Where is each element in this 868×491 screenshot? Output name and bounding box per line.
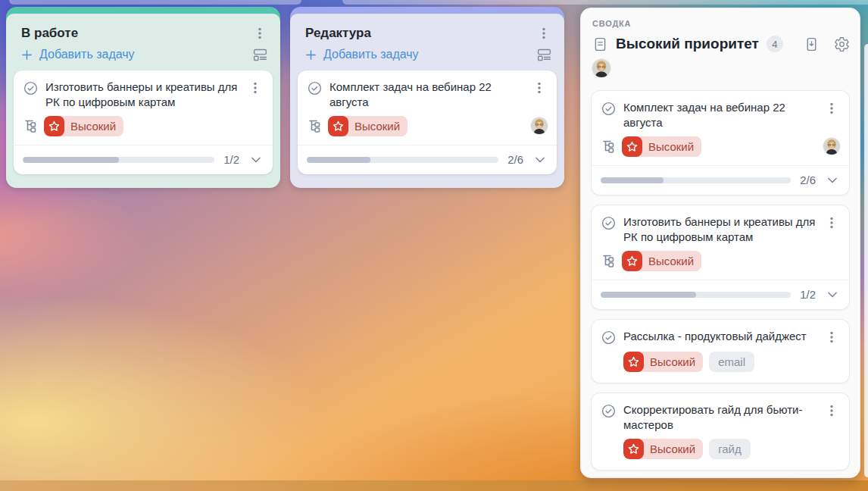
card-menu-button[interactable] <box>823 100 840 117</box>
check-circle-icon[interactable] <box>601 330 617 346</box>
summary-panel: СВОДКА Высокий приоритет 4 <box>580 8 860 478</box>
check-circle-icon[interactable] <box>307 80 323 96</box>
subtasks-tree-icon <box>307 118 322 133</box>
priority-label: Высокий <box>644 443 703 455</box>
summary-count-badge: 4 <box>767 36 783 52</box>
progress-track <box>307 157 498 163</box>
priority-badge: Высокий <box>44 116 123 136</box>
card-footer: 2/6 <box>592 165 849 195</box>
expand-chevron-icon[interactable] <box>825 287 840 302</box>
plus-icon <box>20 48 33 61</box>
card-menu-button[interactable] <box>823 329 840 346</box>
kebab-icon <box>824 330 839 345</box>
check-circle-icon[interactable] <box>601 101 617 117</box>
kebab-icon <box>824 403 839 418</box>
column-in-progress-body: В работе Добавить задачу <box>6 14 280 188</box>
column-header: В работе <box>6 21 280 44</box>
check-circle-icon[interactable] <box>601 215 617 231</box>
expand-chevron-icon[interactable] <box>248 152 264 167</box>
column-title: В работе <box>21 26 251 41</box>
priority-star-icon <box>44 116 64 136</box>
add-task-label: Добавить задачу <box>323 48 419 61</box>
task-card[interactable]: Изготовить баннеры и креативы для РК по … <box>591 205 850 310</box>
column-editing-body: Редактура Добавить задачу <box>290 14 564 188</box>
summary-members <box>591 59 850 80</box>
card-main: Изготовить баннеры и креативы для РК по … <box>14 70 273 136</box>
card-menu-button[interactable] <box>531 80 548 96</box>
column-subheader: Добавить задачу <box>6 44 280 68</box>
subtasks-tree-icon <box>23 118 38 133</box>
task-card[interactable]: Комплект задач на вебинар 22 августа <box>591 90 850 195</box>
priority-badge: Высокий <box>623 439 703 459</box>
priority-star-icon <box>328 116 348 136</box>
task-card[interactable]: Комплект задач на вебинар 22 августа <box>298 70 557 174</box>
progress-fill <box>307 157 370 163</box>
add-task-button[interactable]: Добавить задачу <box>304 48 529 61</box>
column-menu-button[interactable] <box>535 25 552 42</box>
progress-fill <box>23 157 119 163</box>
card-menu-button[interactable] <box>247 80 264 96</box>
card-main: Рассылка - продуктовый дайджест Высокий … <box>592 320 849 383</box>
assignee-avatar[interactable] <box>531 117 548 134</box>
progress-label: 1/2 <box>223 153 239 166</box>
card-footer: 2/6 <box>298 145 557 174</box>
card-title: Комплект задач на вебинар 22 августа <box>329 80 524 110</box>
cropped-top-panel-right <box>342 0 868 5</box>
settings-gear-icon[interactable] <box>833 36 850 52</box>
column-menu-button[interactable] <box>251 25 268 42</box>
priority-label: Высокий <box>642 255 701 267</box>
priority-label: Высокий <box>64 120 123 133</box>
priority-label: Высокий <box>348 120 407 133</box>
task-card[interactable]: Изготовить баннеры и креативы для РК по … <box>14 70 273 174</box>
subtasks-tree-icon <box>601 253 616 268</box>
assignee-avatar[interactable] <box>823 138 840 155</box>
card-main: Комплект задач на вебинар 22 августа <box>592 91 849 157</box>
summary-header: Высокий приоритет 4 <box>591 36 850 52</box>
card-footer: 1/2 <box>592 280 849 309</box>
summary-card-list: Комплект задач на вебинар 22 августа <box>591 90 850 471</box>
task-card[interactable]: Скорректировать гайд для бьюти-мастеров … <box>591 392 850 471</box>
wallpaper-bottom-band <box>0 480 868 491</box>
card-menu-button[interactable] <box>823 402 840 419</box>
summary-title: Высокий приоритет <box>616 36 759 52</box>
document-icon <box>592 36 608 52</box>
card-main: Комплект задач на вебинар 22 августа <box>298 70 557 136</box>
board-view-icon[interactable] <box>535 46 552 63</box>
progress-label: 1/2 <box>800 288 816 301</box>
priority-star-icon <box>622 251 642 271</box>
progress-label: 2/6 <box>800 174 816 186</box>
expand-chevron-icon[interactable] <box>532 152 548 167</box>
progress-track <box>23 157 214 163</box>
priority-star-icon <box>622 136 642 157</box>
expand-chevron-icon[interactable] <box>825 173 840 188</box>
progress-label: 2/6 <box>507 153 523 166</box>
column-title: Редактура <box>305 26 535 41</box>
card-footer: 1/2 <box>14 145 273 174</box>
card-title: Скорректировать гайд для бьюти-мастеров <box>623 402 816 433</box>
progress-track <box>601 292 791 298</box>
kebab-icon <box>252 26 267 41</box>
card-title: Изготовить баннеры и креативы для РК по … <box>623 214 816 245</box>
member-avatar[interactable] <box>592 59 610 77</box>
priority-star-icon <box>623 439 644 459</box>
cropped-right-panel-edge <box>864 44 868 477</box>
card-menu-button[interactable] <box>823 214 840 231</box>
add-task-button[interactable]: Добавить задачу <box>20 48 245 61</box>
card-title: Рассылка - продуктовый дайджест <box>623 329 816 344</box>
progress-fill <box>601 292 696 298</box>
check-circle-icon[interactable] <box>601 403 617 419</box>
export-icon[interactable] <box>803 36 820 52</box>
kebab-icon <box>824 215 839 230</box>
priority-label: Высокий <box>644 355 703 368</box>
board-view-icon[interactable] <box>251 46 268 63</box>
card-title: Изготовить баннеры и креативы для РК по … <box>45 80 240 110</box>
kebab-icon <box>536 26 551 41</box>
add-task-label: Добавить задачу <box>39 48 135 61</box>
summary-kicker: СВОДКА <box>591 19 850 28</box>
priority-badge: Высокий <box>622 136 701 157</box>
task-card[interactable]: Рассылка - продуктовый дайджест Высокий … <box>591 319 850 383</box>
tag-badge: гайд <box>709 439 751 459</box>
progress-fill <box>601 177 663 183</box>
column-in-progress: В работе Добавить задачу <box>6 7 280 188</box>
check-circle-icon[interactable] <box>23 80 39 96</box>
